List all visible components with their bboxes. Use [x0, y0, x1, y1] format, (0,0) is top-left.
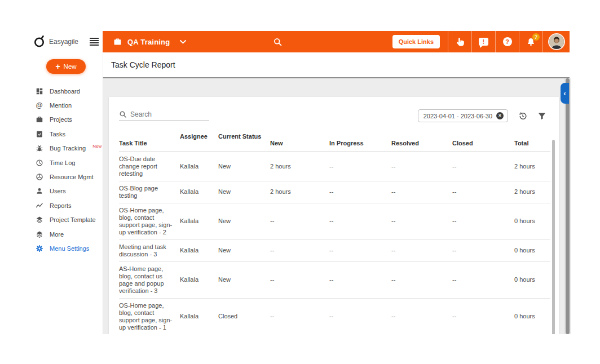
cell-in-progress: --: [329, 298, 391, 334]
cell-new: 2 hours: [270, 181, 329, 203]
cell-current-status: New: [218, 152, 270, 181]
sidebar-item-reports[interactable]: Reports: [31, 198, 103, 212]
chevron-down-icon: [180, 40, 186, 44]
layers-icon: [35, 230, 43, 238]
help-icon: ?: [503, 37, 512, 46]
table-row[interactable]: OS-Blog page testing Kallala New 2 hours…: [119, 181, 550, 203]
col-closed: Closed: [452, 131, 514, 152]
sidebar-item-time-log[interactable]: Time Log: [31, 156, 103, 170]
cell-closed: --: [452, 298, 514, 334]
sidebar-item-resource-mgmt[interactable]: Resource Mgmt: [31, 170, 103, 184]
task-cycle-table: Task Title Assignee Current Status New I…: [119, 131, 550, 334]
sidebar: + New Dashboard @ Mention Projects Tasks: [31, 52, 103, 334]
cell-resolved: --: [391, 203, 452, 239]
cell-new: 2 hours: [270, 152, 329, 181]
table-row[interactable]: OS-Home page, blog, contact support page…: [119, 203, 550, 239]
reports-chart-icon: [35, 201, 43, 210]
header-search-icon[interactable]: [270, 31, 285, 52]
cell-assignee: Kallala: [180, 181, 218, 203]
cell-in-progress: --: [329, 152, 391, 181]
clear-date-icon[interactable]: ×: [496, 112, 504, 119]
cell-assignee: Kallala: [180, 239, 218, 261]
col-total: Total: [514, 131, 550, 152]
cell-new: --: [270, 298, 329, 334]
hamburger-menu-icon[interactable]: [89, 36, 99, 48]
col-current-status: Current Status: [218, 131, 270, 152]
cell-closed: --: [452, 239, 514, 261]
cell-total: 2 hours: [514, 181, 550, 203]
cell-in-progress: --: [329, 203, 391, 239]
cell-new: --: [270, 239, 329, 261]
report-card: 2023-04-01 - 2023-06-30 × Ta: [109, 97, 559, 334]
table-scrollbar[interactable]: [552, 140, 555, 334]
cell-assignee: Kallala: [180, 261, 218, 298]
page-scrollbar[interactable]: [566, 78, 570, 334]
cell-resolved: --: [391, 181, 452, 203]
tasks-icon: [35, 130, 43, 138]
cell-task-title: Meeting and task discussion - 3: [119, 239, 180, 261]
project-switcher[interactable]: QA Training: [103, 31, 186, 52]
sidebar-item-bug-tracking[interactable]: Bug Tracking New: [31, 141, 103, 156]
cell-current-status: New: [218, 181, 270, 203]
resource-pie-icon: [35, 173, 43, 181]
mention-icon: @: [35, 101, 43, 110]
cell-current-status: Closed: [218, 298, 270, 334]
filter-icon[interactable]: [537, 112, 546, 121]
sidebar-item-dashboard[interactable]: Dashboard: [31, 84, 103, 98]
help-button[interactable]: ?: [495, 31, 519, 52]
table-row[interactable]: OS-Home page, blog, contact support page…: [119, 298, 550, 334]
sidebar-item-project-template[interactable]: Project Template: [31, 213, 103, 227]
sidebar-item-projects[interactable]: Projects: [31, 113, 103, 127]
col-new: New: [270, 131, 329, 152]
cell-closed: --: [452, 181, 514, 203]
sidebar-nav: Dashboard @ Mention Projects Tasks Bug T: [31, 84, 103, 256]
reset-history-icon[interactable]: [518, 111, 528, 121]
cell-in-progress: --: [329, 239, 391, 261]
cell-resolved: --: [391, 152, 452, 181]
cell-task-title: OS-Home page, blog, contact support page…: [119, 203, 180, 239]
user-menu-button[interactable]: [542, 31, 570, 52]
cell-current-status: New: [218, 239, 270, 261]
cell-task-title: OS-Blog page testing: [119, 181, 180, 203]
sidebar-item-users[interactable]: Users: [31, 184, 103, 198]
pointer-tool-button[interactable]: [448, 31, 471, 52]
sidebar-item-mention[interactable]: @ Mention: [31, 98, 103, 112]
new-button-label: New: [64, 63, 77, 70]
cell-total: 2 hours: [514, 152, 550, 181]
cell-resolved: --: [391, 261, 452, 298]
sidebar-item-menu-settings[interactable]: Menu Settings: [31, 241, 103, 255]
page-title: Task Cycle Report: [111, 60, 175, 69]
feedback-button[interactable]: !: [471, 31, 495, 52]
cell-total: 0 hours: [514, 298, 550, 334]
easyagile-logo[interactable]: Easyagile: [34, 35, 78, 48]
table-row[interactable]: OS-Due date change report retesting Kall…: [119, 152, 550, 181]
cell-closed: --: [452, 152, 514, 181]
quick-links-button[interactable]: Quick Links: [392, 35, 440, 48]
top-header: QA Training Quick Links ! ?: [103, 31, 570, 52]
sidebar-item-tasks[interactable]: Tasks: [31, 127, 103, 141]
date-range-value: 2023-04-01 - 2023-06-30: [423, 113, 492, 119]
cell-current-status: New: [218, 261, 270, 298]
table-row[interactable]: AS-Home page, blog, contact us page and …: [119, 261, 550, 298]
cell-resolved: --: [391, 298, 452, 334]
projects-icon: [35, 116, 43, 124]
brand-bar: Easyagile: [31, 31, 103, 52]
col-resolved: Resolved: [391, 131, 452, 152]
date-range-chip[interactable]: 2023-04-01 - 2023-06-30 ×: [418, 109, 508, 122]
cell-assignee: Kallala: [180, 152, 218, 181]
cell-in-progress: --: [329, 261, 391, 298]
chevron-left-icon: ‹: [564, 90, 566, 97]
cell-total: 0 hours: [514, 203, 550, 239]
col-in-progress: In Progress: [329, 131, 391, 152]
sidebar-item-more[interactable]: More: [31, 227, 103, 241]
search-input[interactable]: [130, 110, 204, 118]
plus-icon: +: [55, 63, 60, 70]
table-row[interactable]: Meeting and task discussion - 3 Kallala …: [119, 239, 550, 261]
clock-icon: [35, 158, 43, 167]
notifications-button[interactable]: 7: [519, 31, 542, 52]
notification-badge: 7: [532, 33, 540, 41]
panel-collapse-tab[interactable]: ‹: [561, 83, 569, 104]
new-button[interactable]: + New: [46, 59, 86, 74]
cell-new: --: [270, 203, 329, 239]
cell-assignee: Kallala: [180, 298, 218, 334]
